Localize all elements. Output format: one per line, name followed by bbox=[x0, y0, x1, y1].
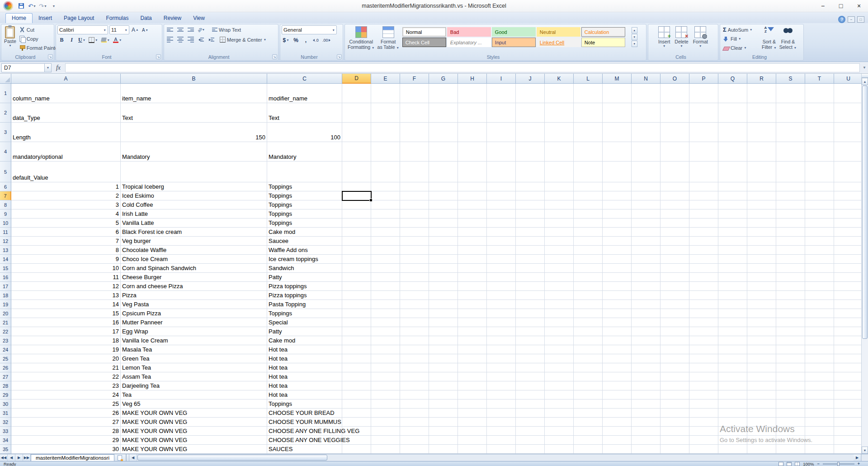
cell-M22[interactable] bbox=[603, 327, 632, 336]
cell-M26[interactable] bbox=[603, 363, 632, 372]
cell-C34[interactable]: CHOOSE ANY ONE VEGGIES bbox=[267, 436, 342, 445]
cell-D16[interactable] bbox=[342, 273, 371, 282]
cell-O4[interactable] bbox=[660, 142, 689, 162]
cell-F34[interactable] bbox=[400, 436, 429, 445]
cell-J35[interactable] bbox=[516, 445, 545, 454]
cell-C18[interactable]: Pizza toppings bbox=[267, 291, 342, 300]
cell-R28[interactable] bbox=[747, 381, 776, 390]
cell-E32[interactable] bbox=[371, 418, 400, 427]
cell-M13[interactable] bbox=[603, 246, 632, 255]
cell-E15[interactable] bbox=[371, 264, 400, 273]
cell-D17[interactable] bbox=[342, 282, 371, 291]
cell-M14[interactable] bbox=[603, 255, 632, 264]
cell-F11[interactable] bbox=[400, 228, 429, 237]
cell-Q34[interactable] bbox=[718, 436, 747, 445]
cell-O27[interactable] bbox=[660, 372, 689, 381]
cell-Q1[interactable] bbox=[718, 84, 747, 103]
cell-H31[interactable] bbox=[458, 409, 487, 418]
column-header-F[interactable]: F bbox=[400, 74, 429, 84]
fill-color-dropdown-icon[interactable]: ▼ bbox=[107, 38, 110, 42]
cell-F15[interactable] bbox=[400, 264, 429, 273]
cell-L4[interactable] bbox=[574, 142, 603, 162]
row-header-19[interactable]: 19 bbox=[0, 300, 11, 309]
cell-G4[interactable] bbox=[429, 142, 458, 162]
cell-U12[interactable] bbox=[834, 237, 861, 246]
cell-P5[interactable] bbox=[689, 162, 718, 182]
hscroll-right-icon[interactable]: ▶ bbox=[854, 454, 861, 461]
cell-D22[interactable] bbox=[342, 327, 371, 336]
cell-G21[interactable] bbox=[429, 318, 458, 327]
cell-D32[interactable] bbox=[342, 418, 371, 427]
cell-P9[interactable] bbox=[689, 209, 718, 219]
cell-H6[interactable] bbox=[458, 182, 487, 191]
cell-P11[interactable] bbox=[689, 228, 718, 237]
cell-B20[interactable]: Cpsicum Pizza bbox=[121, 309, 267, 318]
cut-button[interactable]: Cut bbox=[18, 25, 61, 34]
cell-I15[interactable] bbox=[487, 264, 516, 273]
cell-G29[interactable] bbox=[429, 390, 458, 399]
cell-S4[interactable] bbox=[776, 142, 805, 162]
hscroll-left-icon[interactable]: ◀ bbox=[129, 454, 137, 461]
cell-U3[interactable] bbox=[834, 123, 861, 142]
cell-F14[interactable] bbox=[400, 255, 429, 264]
cell-K15[interactable] bbox=[545, 264, 574, 273]
tab-data[interactable]: Data bbox=[134, 14, 157, 23]
row-header-12[interactable]: 12 bbox=[0, 237, 11, 246]
cell-S25[interactable] bbox=[776, 354, 805, 363]
row-header-1[interactable]: 1 bbox=[0, 84, 11, 103]
cell-A25[interactable]: 20 bbox=[11, 354, 121, 363]
cell-N5[interactable] bbox=[632, 162, 660, 182]
cell-K27[interactable] bbox=[545, 372, 574, 381]
cell-Q17[interactable] bbox=[718, 282, 747, 291]
cell-Q30[interactable] bbox=[718, 399, 747, 409]
cell-A35[interactable]: 30 bbox=[11, 445, 121, 454]
cell-I35[interactable] bbox=[487, 445, 516, 454]
cell-P20[interactable] bbox=[689, 309, 718, 318]
cell-C8[interactable]: Toppings bbox=[267, 200, 342, 209]
row-header-4[interactable]: 4 bbox=[0, 142, 11, 162]
cell-A3[interactable]: Length bbox=[11, 123, 121, 142]
cell-C27[interactable]: Hot tea bbox=[267, 372, 342, 381]
row-header-24[interactable]: 24 bbox=[0, 345, 11, 354]
cell-U2[interactable] bbox=[834, 103, 861, 123]
cell-S2[interactable] bbox=[776, 103, 805, 123]
cell-D29[interactable] bbox=[342, 390, 371, 399]
cell-R1[interactable] bbox=[747, 84, 776, 103]
clear-button[interactable]: Clear▼ bbox=[722, 43, 760, 52]
cell-J18[interactable] bbox=[516, 291, 545, 300]
cell-L8[interactable] bbox=[574, 200, 603, 209]
cell-C31[interactable]: CHOOSE YOUR BREAD bbox=[267, 409, 342, 418]
cell-T17[interactable] bbox=[805, 282, 834, 291]
column-header-Q[interactable]: Q bbox=[718, 74, 747, 84]
page-break-view-icon[interactable] bbox=[795, 462, 800, 466]
cell-C14[interactable]: Ice cream toppings bbox=[267, 255, 342, 264]
cell-E33[interactable] bbox=[371, 427, 400, 436]
alignment-dialog-launcher[interactable]: ↘ bbox=[272, 54, 277, 59]
cell-H16[interactable] bbox=[458, 273, 487, 282]
cell-T18[interactable] bbox=[805, 291, 834, 300]
cell-J4[interactable] bbox=[516, 142, 545, 162]
cell-H30[interactable] bbox=[458, 399, 487, 409]
cell-P21[interactable] bbox=[689, 318, 718, 327]
cell-R20[interactable] bbox=[747, 309, 776, 318]
cell-I12[interactable] bbox=[487, 237, 516, 246]
cell-I17[interactable] bbox=[487, 282, 516, 291]
cell-B35[interactable]: MAKE YOUR OWN VEG bbox=[121, 445, 267, 454]
cell-O5[interactable] bbox=[660, 162, 689, 182]
cell-D11[interactable] bbox=[342, 228, 371, 237]
cell-C35[interactable]: SAUCES bbox=[267, 445, 342, 454]
cell-A8[interactable]: 3 bbox=[11, 200, 121, 209]
conditional-formatting-button[interactable]: Conditional Formatting ▼ bbox=[346, 25, 376, 52]
scroll-up-icon[interactable]: ▲ bbox=[862, 78, 868, 85]
cell-K26[interactable] bbox=[545, 363, 574, 372]
cell-N16[interactable] bbox=[632, 273, 660, 282]
cell-S26[interactable] bbox=[776, 363, 805, 372]
cell-F21[interactable] bbox=[400, 318, 429, 327]
cell-A23[interactable]: 18 bbox=[11, 336, 121, 345]
cell-I9[interactable] bbox=[487, 209, 516, 219]
cell-J25[interactable] bbox=[516, 354, 545, 363]
format-cells-button[interactable]: Format▼ bbox=[692, 25, 709, 52]
cell-G12[interactable] bbox=[429, 237, 458, 246]
cell-S24[interactable] bbox=[776, 345, 805, 354]
middle-align-button[interactable] bbox=[176, 25, 185, 34]
